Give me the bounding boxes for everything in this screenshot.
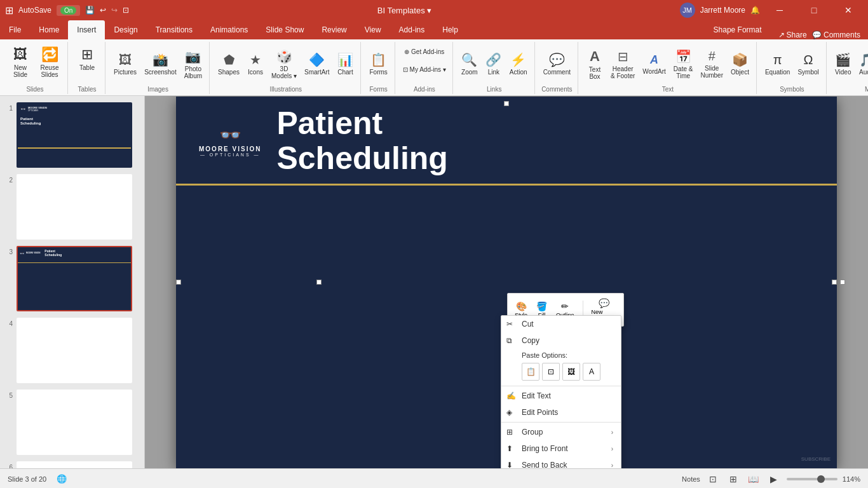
link-button[interactable]: 🔗 Link: [482, 46, 505, 82]
canvas-resize-top[interactable]: [504, 101, 509, 106]
get-addins-button[interactable]: ⊕ Get Add-ins: [400, 43, 449, 60]
canvas-area[interactable]: 👓 MOORE VISION — OPTICIANS — PatientSche…: [145, 96, 868, 468]
slide-thumb-5[interactable]: 5: [3, 388, 142, 456]
smartart-button[interactable]: 🔷 SmartArt: [301, 46, 332, 82]
minimize-button[interactable]: ─: [765, 0, 794, 20]
canvas-resize-left[interactable]: [316, 280, 322, 285]
autosave-label: AutoSave: [18, 6, 51, 15]
ribbon-group-forms: 📋 Forms Forms: [362, 42, 395, 94]
photo-album-button[interactable]: 📷 PhotoAlbum: [181, 46, 205, 82]
zoom-thumb[interactable]: [817, 475, 825, 483]
resize-handle-left[interactable]: [176, 280, 181, 285]
autosave-toggle[interactable]: On: [57, 5, 80, 16]
send-back-icon: ⬇: [506, 461, 513, 468]
ribbon-group-illustrations: ⬟ Shapes ★ Icons 🎲 3DModels ▾ 🔷 SmartArt…: [211, 42, 361, 94]
symbol-button[interactable]: Ω Symbol: [794, 46, 822, 82]
slide-thumb-6[interactable]: 6: [3, 460, 142, 468]
redo-icon[interactable]: ↪: [111, 6, 118, 15]
language-icon: 🌐: [57, 474, 67, 484]
notifications-icon[interactable]: 🔔: [750, 6, 760, 15]
canvas-resize-right[interactable]: [840, 280, 845, 285]
ctx-group[interactable]: ⊞ Group ›: [501, 424, 621, 440]
new-slide-button[interactable]: 🖼 NewSlide: [6, 44, 34, 84]
gold-divider: [176, 184, 837, 186]
slide-thumb-3[interactable]: 3 👓 MOORE VISION PatientScheduling: [3, 245, 142, 313]
tab-help[interactable]: Help: [433, 20, 467, 39]
send-back-arrow: ›: [611, 462, 613, 469]
zoom-slider[interactable]: [787, 478, 837, 480]
table-button[interactable]: ⊞ Table: [73, 44, 101, 84]
zoom-button[interactable]: 🔍 Zoom: [458, 46, 481, 82]
title-bar: ⊞ AutoSave On 💾 ↩ ↪ ⊡ BI Templates ▾ JM …: [0, 0, 868, 20]
slide-panel[interactable]: 1 👓 MOORE VISION OPTICIANS PatientSchedu…: [0, 96, 145, 468]
save-icon[interactable]: 💾: [85, 6, 95, 15]
copy-icon: ⧉: [506, 336, 512, 345]
close-button[interactable]: ✕: [834, 0, 863, 20]
normal-view-button[interactable]: ⊡: [705, 471, 721, 487]
user-avatar[interactable]: JM: [680, 3, 695, 18]
maximize-button[interactable]: □: [799, 0, 829, 20]
comments-button[interactable]: 💬 Comments: [812, 30, 860, 39]
video-button[interactable]: 🎬 Video: [832, 46, 855, 82]
ctx-edit-points[interactable]: ◈ Edit Points: [501, 404, 621, 421]
paste-btn-4[interactable]: A: [583, 363, 600, 381]
ctx-copy[interactable]: ⧉ Copy: [501, 332, 621, 349]
pictures-button[interactable]: 🖼 Pictures: [111, 46, 140, 82]
tab-view[interactable]: View: [356, 20, 390, 39]
tab-shape-format[interactable]: Shape Format: [705, 20, 771, 39]
textbox-button[interactable]: A TextBox: [583, 46, 606, 82]
notes-button[interactable]: Notes: [682, 475, 700, 483]
tab-review[interactable]: Review: [313, 20, 355, 39]
tab-file[interactable]: File: [0, 20, 30, 39]
tab-animations[interactable]: Animations: [201, 20, 257, 39]
share-button[interactable]: ↗Share: [778, 30, 807, 39]
chart-button[interactable]: 📊 Chart: [334, 46, 356, 82]
paste-btn-3[interactable]: 🖼: [562, 363, 580, 381]
slide-number-button[interactable]: # SlideNumber: [697, 46, 726, 82]
tab-addins[interactable]: Add-ins: [390, 20, 434, 39]
slide-thumb-4[interactable]: 4: [3, 316, 142, 384]
object-button[interactable]: 📦 Object: [728, 46, 752, 82]
paste-btn-2[interactable]: ⊡: [542, 363, 560, 381]
slideshow-button[interactable]: ▶: [766, 471, 782, 487]
icons-button[interactable]: ★ Icons: [244, 46, 267, 82]
comment-button[interactable]: 💬 Comment: [540, 46, 574, 82]
paste-btn-1[interactable]: 📋: [522, 363, 539, 381]
tab-slideshow[interactable]: Slide Show: [257, 20, 313, 39]
slide-sorter-button[interactable]: ⊞: [726, 471, 741, 487]
resize-handle-right[interactable]: [832, 280, 837, 285]
text-group-label: Text: [662, 85, 674, 93]
customize-icon[interactable]: ⊡: [123, 6, 129, 15]
ctx-edit-text[interactable]: ✍ Edit Text: [501, 388, 621, 404]
slide-thumb-2[interactable]: 2: [3, 173, 142, 241]
ctx-bring-to-front[interactable]: ⬆ Bring to Front ›: [501, 440, 621, 457]
audio-button[interactable]: 🎵 Audio: [856, 46, 868, 82]
header-footer-button[interactable]: ⊟ Header& Footer: [607, 46, 638, 82]
screenshot-button[interactable]: 📸 Screenshot: [141, 46, 180, 82]
reading-view-button[interactable]: 📖: [746, 471, 761, 487]
tab-insert[interactable]: Insert: [68, 20, 105, 39]
status-bar: Slide 3 of 20 🌐 Notes ⊡ ⊞ 📖 ▶ 114%: [0, 468, 868, 488]
tables-group-label: Tables: [78, 85, 97, 93]
action-button[interactable]: ⚡ Action: [506, 46, 531, 82]
tab-transitions[interactable]: Transitions: [147, 20, 201, 39]
3d-models-button[interactable]: 🎲 3DModels ▾: [268, 46, 300, 82]
equation-button[interactable]: π Equation: [762, 46, 793, 82]
shapes-button[interactable]: ⬟ Shapes: [215, 46, 243, 82]
ribbon-group-media: 🎬 Video 🎵 Audio ⏺ ScreenRecording Media: [828, 42, 868, 94]
links-group-label: Links: [487, 85, 501, 93]
tab-design[interactable]: Design: [105, 20, 146, 39]
reuse-slides-button[interactable]: 🔁 ReuseSlides: [36, 44, 64, 84]
tab-home[interactable]: Home: [30, 20, 68, 39]
ctx-cut[interactable]: ✂ Cut: [501, 316, 621, 332]
slide-title: PatientScheduling: [276, 106, 447, 176]
my-addins-button[interactable]: ⊡ My Add-ins ▾: [400, 61, 449, 78]
group-icon: ⊞: [506, 428, 513, 437]
slide-thumb-1[interactable]: 1 👓 MOORE VISION OPTICIANS PatientSchedu…: [3, 101, 142, 169]
wordart-button[interactable]: A WordArt: [639, 46, 669, 82]
ribbon: File Home Insert Design Transitions Anim…: [0, 20, 868, 96]
undo-icon[interactable]: ↩: [100, 6, 106, 15]
datetime-button[interactable]: 📅 Date &Time: [670, 46, 696, 82]
forms-button[interactable]: 📋 Forms: [366, 46, 390, 82]
ctx-send-to-back[interactable]: ⬇ Send to Back ›: [501, 457, 621, 468]
